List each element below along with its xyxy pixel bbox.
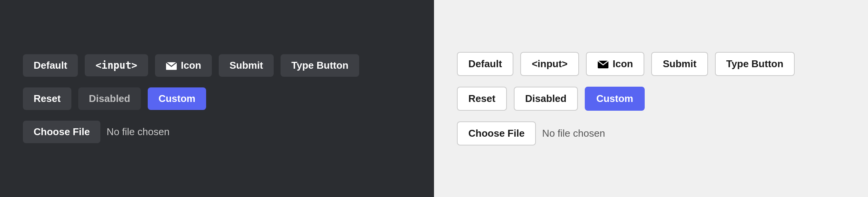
light-default-button[interactable]: Default: [457, 52, 513, 76]
mail-icon: [166, 61, 177, 69]
dark-row-1: Default <input> Icon Submit Type Button: [23, 54, 359, 77]
light-icon-button-label: Icon: [613, 58, 633, 70]
light-panel: Default <input> Icon Submit Type Button …: [434, 0, 868, 197]
light-disabled-button: Disabled: [514, 87, 578, 111]
light-input-button[interactable]: <input>: [520, 52, 579, 76]
dark-default-button[interactable]: Default: [23, 54, 78, 77]
dark-choose-file-button[interactable]: Choose File: [23, 121, 100, 143]
dark-icon-button[interactable]: Icon: [155, 54, 212, 77]
dark-no-file-label: No file chosen: [106, 126, 169, 138]
dark-submit-button[interactable]: Submit: [219, 54, 274, 77]
dark-row-3: Choose File No file chosen: [23, 121, 169, 143]
dark-typebutton-button[interactable]: Type Button: [281, 54, 359, 77]
light-row-3: Choose File No file chosen: [457, 121, 605, 145]
light-row-1: Default <input> Icon Submit Type Button: [457, 52, 795, 76]
light-custom-button[interactable]: Custom: [585, 87, 645, 111]
dark-input-button[interactable]: <input>: [85, 54, 148, 76]
light-no-file-label: No file chosen: [542, 128, 605, 139]
dark-custom-button[interactable]: Custom: [148, 87, 206, 110]
dark-disabled-button: Disabled: [78, 87, 141, 110]
dark-icon-button-label: Icon: [181, 60, 201, 71]
dark-row-2: Reset Disabled Custom: [23, 87, 206, 110]
dark-panel: Default <input> Icon Submit Type Button …: [0, 0, 434, 197]
light-submit-button[interactable]: Submit: [651, 52, 708, 76]
light-reset-button[interactable]: Reset: [457, 87, 507, 111]
light-row-2: Reset Disabled Custom: [457, 87, 645, 111]
light-choose-file-button[interactable]: Choose File: [457, 121, 536, 145]
dark-reset-button[interactable]: Reset: [23, 87, 71, 110]
light-icon-button[interactable]: Icon: [586, 52, 644, 76]
mail-icon-light: [597, 60, 609, 68]
light-typebutton-button[interactable]: Type Button: [715, 52, 795, 76]
